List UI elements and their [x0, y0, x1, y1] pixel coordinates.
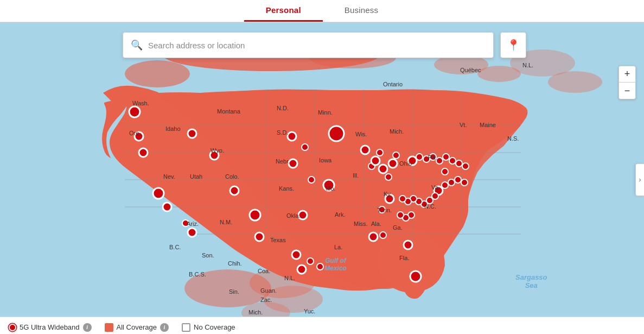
svg-point-58 — [408, 156, 417, 165]
svg-point-30 — [255, 232, 264, 241]
svg-point-59 — [416, 154, 423, 160]
svg-point-48 — [379, 165, 387, 173]
legend: 5G Ultra Wideband i All Coverage i No Co… — [0, 317, 644, 334]
svg-point-27 — [210, 151, 219, 160]
tab-business[interactable]: Business — [323, 0, 400, 22]
search-input[interactable] — [148, 41, 486, 50]
svg-point-50 — [388, 159, 397, 168]
svg-point-23 — [139, 148, 148, 157]
svg-point-51 — [393, 152, 399, 159]
map-container: Saskatchewan Wash. Ore. Idaho Montana Wy… — [0, 22, 644, 334]
svg-point-63 — [443, 154, 449, 160]
legend-coverage-item: All Coverage i — [105, 323, 169, 332]
legend-coverage-label: All Coverage — [117, 323, 157, 331]
svg-point-52 — [385, 194, 394, 203]
svg-point-47 — [377, 149, 383, 156]
svg-point-39 — [307, 258, 314, 264]
svg-point-34 — [302, 144, 308, 150]
legend-5g-label: 5G Ultra Wideband — [20, 323, 80, 331]
zoom-controls: + − — [619, 66, 636, 99]
search-bar: 🔍 — [123, 32, 494, 58]
zoom-out-button[interactable]: − — [619, 83, 635, 99]
svg-point-31 — [188, 228, 196, 237]
svg-point-37 — [298, 211, 307, 219]
svg-point-53 — [379, 206, 385, 213]
svg-point-71 — [455, 177, 461, 183]
legend-5g-item: 5G Ultra Wideband i — [9, 323, 92, 332]
tab-bar: Personal Business — [0, 0, 644, 22]
svg-point-66 — [462, 163, 469, 169]
svg-point-64 — [449, 157, 456, 164]
svg-point-43 — [329, 126, 344, 141]
legend-5g-info-icon[interactable]: i — [83, 323, 92, 332]
svg-point-35 — [289, 159, 297, 168]
svg-point-44 — [361, 146, 369, 154]
svg-point-40 — [297, 265, 306, 274]
svg-point-28 — [230, 186, 239, 195]
svg-point-67 — [442, 168, 448, 175]
svg-point-62 — [436, 157, 443, 164]
search-icon: 🔍 — [131, 39, 143, 51]
legend-no-coverage-item: No Coverage — [182, 323, 235, 332]
svg-point-60 — [423, 156, 430, 162]
svg-point-56 — [404, 241, 412, 249]
location-icon: 📍 — [507, 39, 520, 52]
legend-coverage-info-icon[interactable]: i — [160, 323, 169, 332]
map-svg — [0, 22, 644, 334]
svg-point-21 — [129, 106, 140, 117]
svg-point-38 — [292, 250, 301, 259]
svg-point-61 — [430, 154, 436, 160]
svg-point-42 — [323, 180, 334, 191]
zoom-in-button[interactable]: + — [619, 66, 635, 83]
svg-point-22 — [135, 132, 143, 141]
svg-point-69 — [442, 182, 448, 188]
legend-coverage-icon — [105, 323, 113, 332]
svg-point-57 — [410, 271, 421, 282]
tab-personal[interactable]: Personal — [244, 0, 323, 22]
svg-point-26 — [188, 129, 196, 138]
svg-point-24 — [153, 188, 164, 199]
location-button[interactable]: 📍 — [500, 32, 526, 58]
chevron-right-icon: › — [639, 176, 641, 184]
svg-point-32 — [182, 220, 189, 226]
svg-point-70 — [448, 179, 455, 186]
svg-point-1 — [125, 60, 190, 87]
svg-point-36 — [308, 177, 315, 183]
svg-point-41 — [317, 263, 323, 270]
panel-handle[interactable]: › — [635, 163, 644, 196]
svg-point-72 — [461, 179, 468, 186]
svg-point-79 — [399, 196, 406, 202]
svg-point-65 — [456, 160, 462, 167]
svg-point-29 — [250, 210, 260, 220]
svg-point-49 — [385, 174, 392, 180]
svg-point-25 — [163, 203, 171, 211]
legend-no-coverage-icon — [182, 323, 190, 332]
svg-point-46 — [371, 156, 380, 165]
svg-point-6 — [548, 71, 602, 93]
svg-point-55 — [380, 232, 386, 238]
legend-5g-icon — [9, 324, 16, 331]
legend-no-coverage-label: No Coverage — [194, 323, 235, 331]
svg-point-82 — [397, 212, 404, 218]
svg-point-54 — [369, 232, 378, 241]
svg-point-33 — [288, 132, 296, 141]
